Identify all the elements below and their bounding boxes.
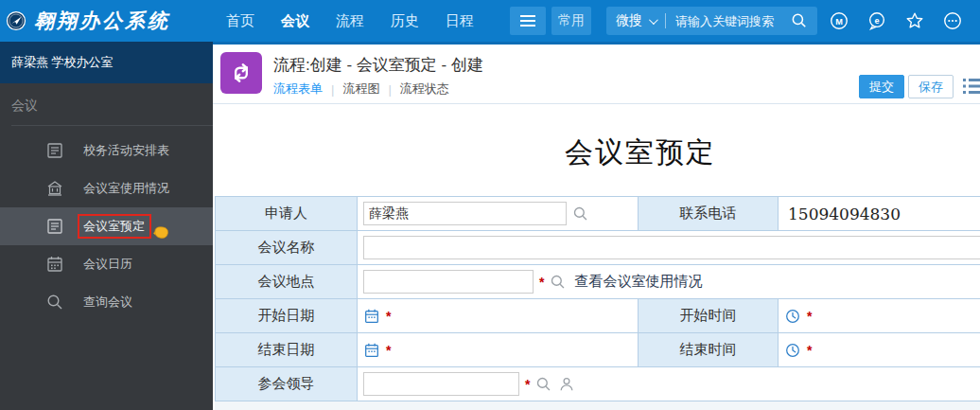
meeting-name-input[interactable] [363,236,980,259]
meeting-name-label: 会议名称 [216,231,358,265]
location-input[interactable] [363,270,534,294]
app-logo-icon [6,10,26,31]
sidebar-item-label: 会议室预定 [83,218,145,235]
sidebar: 薛梁燕 学校办公室 会议 校务活动安排表 会议室使用情况 [0,42,213,410]
phone-value: 15094094830 [784,205,901,223]
required-mark: * [386,309,391,324]
user-info-band: 薛梁燕 学校办公室 [0,42,213,83]
chevron-down-icon [649,15,658,25]
topbar-icon-group: M e [829,10,980,31]
building-icon [45,179,64,198]
sidebar-item-label: 查询会议 [83,294,132,311]
end-time-label: 结束时间 [639,333,779,367]
tab-process-form[interactable]: 流程表单 [273,80,323,98]
location-label: 会议地点 [216,265,358,299]
leaders-cell: * [358,367,980,401]
nav-item-history[interactable]: 历史 [377,0,432,42]
sidebar-item-label: 会议室使用情况 [83,180,169,197]
search-icon[interactable] [572,205,589,223]
view-room-usage-link[interactable]: 查看会议室使用情况 [574,273,702,291]
divider: | [331,82,334,97]
nav-item-meeting[interactable]: 会议 [268,0,323,42]
sidebar-item-label: 会议日历 [83,256,132,273]
divider [665,13,666,28]
leaders-input[interactable] [363,372,519,396]
start-time-label: 开始时间 [639,299,779,333]
search-input[interactable] [675,14,791,28]
nav-item-home[interactable]: 首页 [213,0,268,42]
location-cell: * 查看会议室使用情况 [358,265,980,299]
messages-icon[interactable]: M [829,10,849,31]
annotation-pointer-icon [153,223,171,241]
start-time-cell: * [779,299,980,333]
workflow-icon [220,52,262,94]
list-menu-icon[interactable] [962,76,980,97]
main-content: 流程:创建 - 会议室预定 - 创建 流程表单 | 流程图 | 流程状态 提交 … [213,42,980,410]
document-icon [45,141,64,160]
menu-hamburger-icon[interactable] [510,7,546,35]
next-row-partial [215,401,980,410]
sidebar-section-label: 会议 [0,83,213,125]
required-mark: * [539,275,544,290]
submit-button[interactable]: 提交 [859,75,904,98]
tab-process-status[interactable]: 流程状态 [400,80,449,98]
end-date-cell: * [358,333,639,367]
main-nav: 首页 会议 流程 历史 日程 [213,0,487,42]
global-search-box: 微搜 [606,7,817,35]
required-mark: * [807,309,812,324]
start-date-cell: * [358,299,639,333]
search-engine-selector[interactable]: 微搜 [616,12,656,29]
sidebar-item-label: 校务活动安排表 [83,142,169,159]
required-mark: * [386,343,391,358]
phone-label: 联系电话 [639,197,779,231]
search-icon[interactable] [535,376,552,393]
workflow-header: 流程:创建 - 会议室预定 - 创建 流程表单 | 流程图 | 流程状态 提交 … [213,42,980,104]
start-date-label: 开始日期 [216,299,358,333]
clock-icon[interactable] [784,342,801,359]
more-options-icon[interactable] [942,10,963,31]
favorites-star-icon[interactable] [904,10,925,31]
document-icon [45,217,64,236]
calendar-icon [45,255,64,274]
clock-icon[interactable] [784,308,801,325]
nav-item-workflow[interactable]: 流程 [323,0,377,42]
required-mark: * [525,377,530,392]
sidebar-item-meeting-search[interactable]: 查询会议 [0,283,213,321]
search-engine-label: 微搜 [616,12,642,29]
app-title: 翱翔办公系统 [34,8,170,34]
meeting-name-cell [358,231,980,265]
search-icon[interactable] [550,274,567,291]
search-icon [45,293,64,312]
applicant-input[interactable] [363,202,567,225]
chat-icon[interactable]: e [866,10,887,31]
nav-item-schedule[interactable]: 日程 [432,0,487,42]
search-icon[interactable] [791,12,808,29]
end-date-label: 结束日期 [216,333,358,367]
page-title: 流程:创建 - 会议室预定 - 创建 [273,54,483,76]
phone-cell: 15094094830 [779,197,980,231]
sidebar-menu: 校务活动安排表 会议室使用情况 会议室预定 [0,132,213,321]
leaders-label: 参会领导 [216,367,358,401]
sidebar-item-room-booking[interactable]: 会议室预定 [0,207,213,245]
form-title: 会议室预定 [215,133,980,172]
person-picker-icon[interactable] [558,376,575,393]
divider [11,125,213,126]
tab-process-diagram[interactable]: 流程图 [342,80,379,98]
svg-text:M: M [835,17,843,27]
sidebar-item-room-usage[interactable]: 会议室使用情况 [0,169,213,207]
save-button[interactable]: 保存 [908,75,954,98]
workflow-tabs: 流程表单 | 流程图 | 流程状态 [273,80,449,98]
top-navigation-bar: 翱翔办公系统 首页 会议 流程 历史 日程 常用 微搜 M e [0,0,980,42]
end-time-cell: * [779,333,980,367]
svg-text:e: e [874,16,879,26]
divider: | [388,82,391,97]
applicant-label: 申请人 [216,197,358,231]
sidebar-item-meeting-calendar[interactable]: 会议日历 [0,245,213,283]
app-logo-area: 翱翔办公系统 [0,0,213,42]
calendar-icon[interactable] [363,342,380,359]
sidebar-item-activity-schedule[interactable]: 校务活动安排表 [0,132,213,169]
booking-form: 会议室预定 申请人 联系电话 15094094830 会议名称 会议地点 [215,133,980,401]
form-table: 申请人 联系电话 15094094830 会议名称 会议地点 * [215,196,980,401]
quick-menu-button[interactable]: 常用 [551,7,591,35]
calendar-icon[interactable] [363,308,380,325]
